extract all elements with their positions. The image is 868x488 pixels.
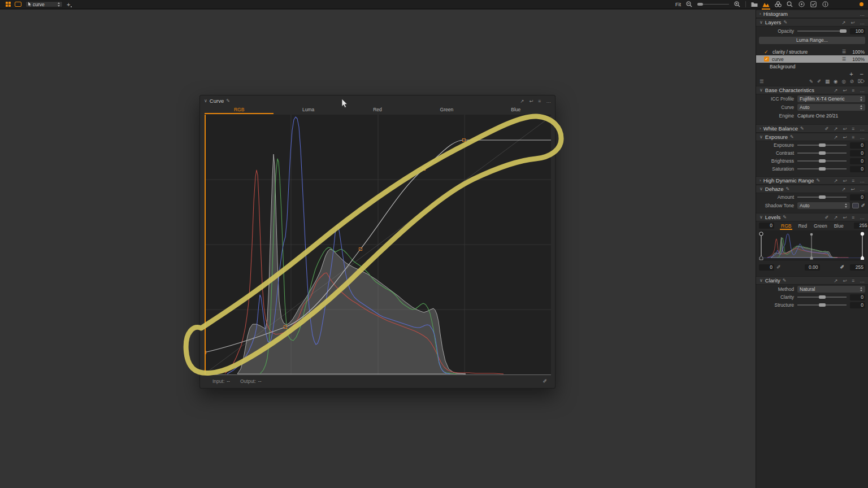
- tab-red[interactable]: Red: [343, 106, 412, 114]
- reset-icon[interactable]: ↩: [850, 20, 854, 25]
- histogram-panel-header[interactable]: › Histogram …: [756, 10, 868, 18]
- structure-value[interactable]: 0: [850, 302, 865, 308]
- chevron-down-icon[interactable]: ∨: [760, 20, 763, 25]
- dehaze-amount-value[interactable]: 0: [850, 194, 865, 201]
- shadow-tone-swatch[interactable]: [852, 203, 859, 208]
- tab-green[interactable]: Green: [412, 106, 481, 114]
- more-options-icon[interactable]: …: [860, 186, 865, 192]
- copy-settings-icon[interactable]: ↗: [834, 178, 837, 184]
- luma-mask-icon[interactable]: ◎: [841, 79, 845, 84]
- levels-shadow-value[interactable]: 0: [759, 264, 774, 271]
- shadow-tone-picker-icon[interactable]: ✐: [861, 203, 865, 208]
- presets-menu-icon[interactable]: ≡: [852, 126, 855, 132]
- notification-dot[interactable]: [860, 2, 863, 6]
- shadow-tone-select[interactable]: Auto: [797, 202, 850, 209]
- highlight-picker-icon[interactable]: ✐: [840, 264, 844, 270]
- aperture-icon[interactable]: [798, 1, 805, 8]
- edit-pencil-icon[interactable]: ✎: [783, 20, 787, 25]
- contrast-slider-knob[interactable]: [819, 151, 826, 155]
- shadow-picker-icon[interactable]: ✐: [776, 264, 781, 270]
- presets-menu-icon[interactable]: ≡: [852, 278, 855, 284]
- edit-pencil-icon[interactable]: ✎: [786, 186, 790, 191]
- presets-menu-icon[interactable]: ≡: [852, 134, 855, 140]
- opacity-value[interactable]: 100: [850, 28, 865, 34]
- zoom-slider[interactable]: [697, 4, 729, 5]
- layer-opacity[interactable]: 100%: [849, 56, 865, 62]
- edit-pencil-icon[interactable]: ✎: [226, 98, 230, 103]
- chevron-down-icon[interactable]: ∨: [760, 186, 763, 191]
- saturation-slider[interactable]: [797, 167, 847, 171]
- curve-picker-icon[interactable]: ✐: [542, 378, 547, 384]
- layer-row-background[interactable]: Background: [756, 63, 868, 70]
- dehaze-panel-header[interactable]: ∨ Dehaze ✎ ↗ ↩ …: [756, 185, 868, 193]
- gradient-mask-icon[interactable]: ▦: [825, 79, 830, 84]
- dehaze-amount-knob[interactable]: [819, 195, 826, 199]
- viewer-icon[interactable]: [15, 2, 21, 7]
- clarity-value[interactable]: 0: [850, 294, 865, 300]
- exposure-slider-knob[interactable]: [819, 143, 826, 147]
- invert-mask-icon[interactable]: ⊘: [850, 79, 854, 84]
- structure-slider[interactable]: [797, 303, 847, 307]
- more-options-icon[interactable]: …: [860, 178, 865, 184]
- erase-brush-icon[interactable]: ✐: [817, 79, 821, 84]
- cursor-tool-dropdown[interactable]: curve: [25, 1, 63, 7]
- brightness-slider-knob[interactable]: [819, 159, 826, 163]
- contrast-value[interactable]: 0: [850, 150, 865, 156]
- copy-settings-icon[interactable]: ↗: [834, 278, 837, 284]
- clear-mask-icon[interactable]: ⌦: [858, 79, 865, 84]
- presets-menu-icon[interactable]: ≡: [539, 98, 541, 104]
- curve-dialog-header[interactable]: ∨ Curve ✎ ↗ ↩ ≡ …: [200, 95, 555, 106]
- magnifier-icon[interactable]: [786, 1, 793, 8]
- more-options-icon[interactable]: …: [546, 98, 552, 104]
- opacity-slider-knob[interactable]: [840, 29, 847, 33]
- curve-plot-area[interactable]: [205, 115, 551, 375]
- presets-menu-icon[interactable]: ≡: [852, 88, 855, 93]
- more-options-icon[interactable]: …: [860, 134, 865, 140]
- clarity-panel-header[interactable]: ∨ Clarity ✎ ↗ ↩ ≡ …: [756, 276, 868, 285]
- levels-picker-icon[interactable]: ✐: [824, 215, 828, 220]
- zoom-slider-knob[interactable]: [697, 3, 703, 6]
- structure-slider-knob[interactable]: [819, 303, 826, 307]
- copy-settings-icon[interactable]: ↗: [834, 126, 837, 132]
- saturation-slider-knob[interactable]: [819, 167, 826, 171]
- more-options-icon[interactable]: …: [860, 126, 865, 132]
- levels-panel-header[interactable]: ∨ Levels ✎ ✐ ↗ ↩ ≡ …: [756, 213, 868, 221]
- remove-layer-button[interactable]: −: [860, 71, 863, 77]
- chevron-right-icon[interactable]: ›: [760, 126, 761, 131]
- stepper-icon[interactable]: [844, 203, 848, 208]
- levels-tab-red[interactable]: Red: [796, 222, 809, 230]
- levels-tab-blue[interactable]: Blue: [832, 222, 846, 230]
- copy-settings-icon[interactable]: ↗: [520, 98, 524, 104]
- layer-checkbox-icon[interactable]: ✓: [764, 56, 769, 62]
- fit-label[interactable]: Fit: [675, 2, 681, 7]
- tab-luma[interactable]: Luma: [274, 106, 342, 114]
- edit-pencil-icon[interactable]: ✎: [816, 178, 820, 183]
- stepper-icon[interactable]: [860, 287, 863, 291]
- wb-picker-icon[interactable]: ✐: [824, 126, 828, 132]
- levels-tab-rgb[interactable]: RGB: [779, 222, 793, 230]
- reset-icon[interactable]: ↩: [843, 126, 847, 132]
- presets-menu-icon[interactable]: ≡: [852, 215, 855, 220]
- brightness-value[interactable]: 0: [850, 158, 865, 164]
- opacity-slider[interactable]: [797, 29, 847, 33]
- adjustments-icon[interactable]: ☰: [760, 79, 764, 84]
- layers-panel-header[interactable]: ∨ Layers ✎ ↗ ↩ …: [756, 18, 868, 27]
- zoom-in-icon[interactable]: [734, 1, 741, 8]
- more-options-icon[interactable]: …: [860, 88, 865, 93]
- clarity-slider-knob[interactable]: [819, 295, 826, 299]
- info-icon[interactable]: [822, 1, 829, 8]
- add-tool-button[interactable]: +: [67, 2, 70, 7]
- chevron-down-icon[interactable]: ∨: [760, 88, 763, 93]
- chevron-right-icon[interactable]: ›: [760, 178, 761, 183]
- edit-pencil-icon[interactable]: ✎: [800, 126, 804, 131]
- exposure-value[interactable]: 0: [850, 142, 865, 149]
- copy-settings-icon[interactable]: ↗: [834, 215, 837, 220]
- copy-settings-icon[interactable]: ↗: [834, 134, 837, 140]
- layer-check-icon[interactable]: ✓: [764, 49, 770, 55]
- tab-blue[interactable]: Blue: [481, 106, 550, 114]
- tab-rgb[interactable]: RGB: [205, 106, 274, 114]
- reset-icon[interactable]: ↩: [843, 88, 847, 93]
- collapse-chevron-icon[interactable]: ∨: [204, 98, 207, 103]
- reset-icon[interactable]: ↩: [843, 278, 847, 284]
- base-characteristics-header[interactable]: ∨ Base Characteristics ↗ ↩ ≡ …: [756, 86, 868, 94]
